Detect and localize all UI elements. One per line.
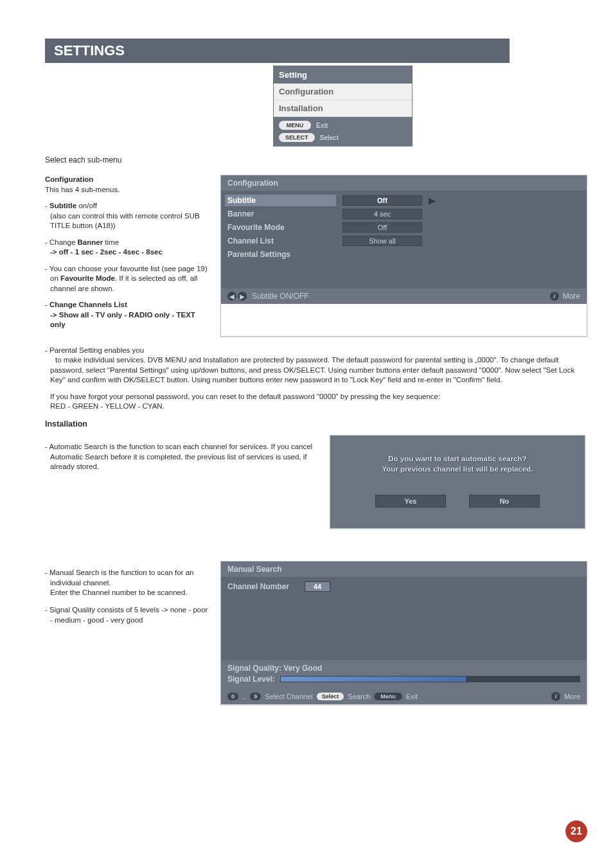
config-row-subtitle[interactable]: Subtitle Off ▶ xyxy=(225,195,583,206)
page-number: 21 xyxy=(565,820,587,842)
configuration-panel: Configuration Subtitle Off ▶ Banner 4 se… xyxy=(220,175,587,337)
config-row-channel-list[interactable]: Channel List Show all xyxy=(225,235,583,247)
select-pill: SELECT xyxy=(279,133,315,142)
manual-search-panel: Manual Search Channel Number 44 Signal Q… xyxy=(220,561,587,705)
config-description: ConfigurationThis has 4 sub-menus. - Sub… xyxy=(45,175,209,337)
footer-hint-more: More xyxy=(563,292,580,301)
no-button[interactable]: No xyxy=(469,495,540,508)
page-title: SETTINGS xyxy=(45,39,510,63)
digit-0-pill: 0 xyxy=(227,693,238,700)
config-row-favourite[interactable]: Favourite Mode Off xyxy=(225,222,583,233)
info-icon: i xyxy=(551,692,560,701)
signal-level-label: Signal Level: xyxy=(227,675,275,684)
digit-9-pill: 9 xyxy=(250,693,261,700)
left-right-arrows-icon: ◀▶ xyxy=(227,292,247,301)
setting-item-installation[interactable]: Installation xyxy=(274,100,412,117)
select-hint: Select xyxy=(320,134,339,141)
dots-label: .. xyxy=(242,693,246,700)
configuration-panel-header: Configuration xyxy=(221,175,587,191)
chevron-right-icon: ▶ xyxy=(429,196,436,205)
setting-hints: MENU Exit SELECT Select xyxy=(274,117,412,146)
exit-hint-footer: Exit xyxy=(406,693,418,700)
config-row-parental[interactable]: Parental Settings xyxy=(225,249,583,260)
channel-number-row[interactable]: Channel Number 44 xyxy=(227,581,580,592)
footer-hint-left: Subtitle ON/OFF xyxy=(252,292,309,301)
select-pill-footer: Select xyxy=(317,693,344,700)
manual-search-description: - Manual Search is the function to scan … xyxy=(45,561,209,705)
more-hint-footer: More xyxy=(564,693,580,700)
menu-pill: MENU xyxy=(279,121,311,130)
info-icon: i xyxy=(550,292,559,301)
intro-text: Select each sub-menu xyxy=(45,155,254,164)
menu-pill-footer: Menu xyxy=(374,693,402,700)
signal-quality-label: Signal Quality: Very Good xyxy=(227,664,580,673)
manual-panel-header: Manual Search xyxy=(221,562,587,577)
dialog-line2: Your previous channel list will be repla… xyxy=(342,465,573,473)
installation-heading: Installation xyxy=(45,420,587,429)
setting-item-configuration[interactable]: Configuration xyxy=(274,84,412,100)
signal-level-bar xyxy=(280,676,580,682)
exit-hint: Exit xyxy=(316,122,328,129)
config-row-banner[interactable]: Banner 4 sec xyxy=(225,208,583,220)
search-hint: Search xyxy=(348,693,370,700)
yes-button[interactable]: Yes xyxy=(375,495,446,508)
parental-description: - Parental Setting enables you to make i… xyxy=(45,346,587,412)
setting-panel-title: Setting xyxy=(274,66,412,84)
select-channel-hint: Select Channel xyxy=(265,693,313,700)
channel-number-value[interactable]: 44 xyxy=(305,581,330,592)
auto-search-description: - Automatic Search is the function to sc… xyxy=(45,435,318,529)
auto-search-dialog: Do you want to start automatic search? Y… xyxy=(330,435,585,529)
setting-panel: Setting Configuration Installation MENU … xyxy=(273,66,413,146)
dialog-line1: Do you want to start automatic search? xyxy=(342,455,573,463)
